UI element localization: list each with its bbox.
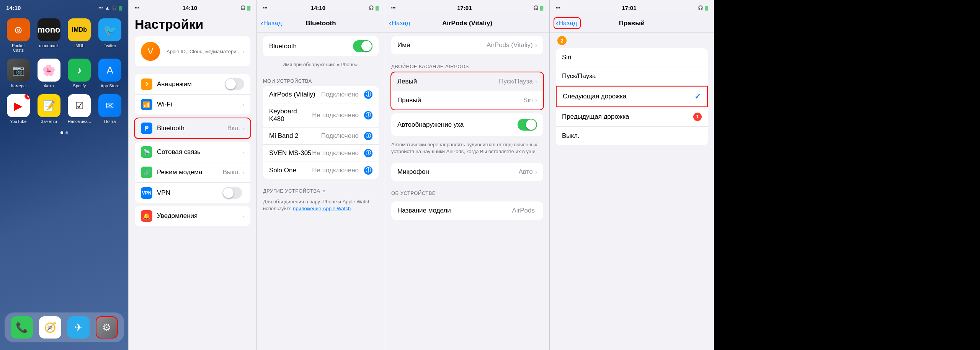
settings-row-notifications[interactable]: 🔔 Уведомления ›: [135, 206, 250, 226]
back-label-4: Назад: [392, 20, 410, 27]
airpods-right-row[interactable]: Правый Siri ›: [391, 91, 543, 110]
apple-watch-link[interactable]: приложение Apple Watch: [293, 206, 351, 211]
name-label: Имя: [397, 41, 487, 49]
option-prev-track[interactable]: Предыдущая дорожка 1: [556, 107, 708, 127]
model-row[interactable]: Название модели AirPods: [391, 201, 543, 220]
bt-toggle-row[interactable]: Bluetooth: [263, 36, 379, 56]
settings-row-hotspot[interactable]: 🔗 Режим модема Выкл. ›: [135, 162, 250, 183]
airplane-label: Авиарежим: [157, 80, 225, 88]
settings-row-airplane[interactable]: ✈ Авиарежим: [135, 74, 250, 95]
app-grid-row1: ⊚ Pocket Casts mono monobank IMDb IMDb 🐦…: [0, 14, 128, 128]
battery-icon: ▓: [119, 5, 122, 10]
status-bar-5: ▪▪▪ 17:01 🎧 ▓: [550, 0, 714, 14]
signal-icon: ▪▪▪: [98, 5, 103, 10]
loading-spinner: ✳: [322, 188, 327, 194]
app-pocketcasts[interactable]: ⊚ Pocket Casts: [6, 18, 31, 52]
app-settings-dock[interactable]: ⚙: [96, 316, 118, 339]
option-siri[interactable]: Siri: [556, 48, 708, 67]
settings-row-vpn[interactable]: VPN VPN: [135, 183, 250, 203]
settings-profile-row[interactable]: V Apple ID, iCloud, медиаматери... ›: [135, 36, 250, 66]
app-icon-monobank: mono: [38, 18, 60, 41]
app-spotify[interactable]: ♪ Spotify: [67, 59, 92, 88]
app-label-reminders: Напомина...: [68, 119, 91, 124]
status-left-4: ▪▪▪: [391, 5, 396, 10]
airpods-left-row[interactable]: Левый Пуск/Пауза ›: [391, 72, 543, 91]
app-camera[interactable]: 📷 Камера: [6, 59, 31, 88]
app-photos[interactable]: 🌸 Фото: [37, 59, 61, 88]
chevron-right-row: ›: [535, 97, 537, 104]
app-notes[interactable]: 📝 Заметки: [37, 94, 61, 124]
option-label-2: Следующая дорожка: [563, 93, 694, 100]
app-reminders[interactable]: ☑ Напомина...: [67, 94, 92, 124]
ear-detect-toggle[interactable]: [518, 119, 537, 131]
battery-3: ▓: [376, 5, 379, 10]
airplane-toggle[interactable]: [225, 78, 244, 90]
status-time-3: 14:10: [311, 5, 325, 11]
bt-device-miband[interactable]: Mi Band 2 Подключено ⓘ: [263, 128, 379, 145]
app-icon-notes: 📝: [38, 94, 60, 117]
settings-row-wifi[interactable]: 📶 Wi-Fi — — — — ›: [135, 95, 250, 114]
app-label-monobank: monobank: [39, 43, 59, 48]
option-off[interactable]: Выкл.: [556, 127, 708, 145]
bt-device-name-0: AirPods (Vitaliy): [269, 91, 321, 98]
vpn-thumb: [223, 188, 234, 198]
bt-info-btn-4[interactable]: ⓘ: [364, 166, 372, 175]
screen-right-airpod: ▪▪▪ 17:01 🎧 ▓ ‹ Назад Правый 2 Siri Пуск…: [549, 0, 714, 350]
app-youtube[interactable]: ▶ 4 YouTube: [6, 94, 31, 124]
bt-toggle-label: Bluetooth: [269, 43, 353, 50]
app-monobank[interactable]: mono monobank: [37, 18, 61, 52]
ear-detect-row[interactable]: Автообнаружение уха: [391, 113, 543, 136]
option-check-2: ✓: [694, 92, 701, 101]
app-label-photos: Фото: [44, 83, 54, 88]
app-telegram[interactable]: ✈: [67, 316, 90, 339]
app-label-mail: Почта: [104, 119, 116, 124]
headphones-icon: 🎧: [112, 5, 117, 10]
bt-device-sven[interactable]: SVEN MS-305 Не подключено ⓘ: [263, 145, 379, 162]
bt-device-airpods[interactable]: AirPods (Vitaliy) Подключено ⓘ: [263, 86, 379, 103]
bluetooth-back-button[interactable]: ‹ Назад: [261, 19, 282, 28]
vpn-icon: VPN: [141, 187, 152, 199]
right-value: Siri: [523, 96, 533, 104]
settings-row-bluetooth[interactable]: Ᵽ Bluetooth Вкл. ›: [135, 118, 250, 138]
app-phone[interactable]: 📞: [11, 316, 33, 339]
option-label-1: Пуск/Пауза: [562, 72, 702, 80]
ear-detect-desc: Автоматически перенаправлять аудиосигнал…: [385, 139, 549, 160]
app-mail[interactable]: ✉ Почта: [98, 94, 122, 124]
app-icon-photos: 🌸: [38, 59, 60, 82]
bt-info-btn-3[interactable]: ⓘ: [364, 149, 372, 157]
mic-row[interactable]: Микрофон Авто ›: [391, 163, 543, 181]
cellular-label: Сотовая связь: [157, 148, 242, 156]
option-next-track[interactable]: Следующая дорожка ✓: [556, 86, 708, 107]
bluetooth-label: Bluetooth: [157, 124, 227, 132]
status-right-2: 🎧 ▓: [240, 5, 250, 10]
bt-device-name-1: Keyboard K480: [269, 108, 312, 123]
settings-row-cellular[interactable]: 📡 Сотовая связь ›: [135, 142, 250, 162]
bt-device-keyboard[interactable]: Keyboard K480 Не подключено ⓘ: [263, 103, 379, 128]
status-time-1: 14:10: [6, 5, 21, 11]
airpods-nav-bar: ‹ Назад AirPods (Vitaliy): [385, 14, 549, 33]
app-icon-phone: 📞: [11, 316, 33, 339]
bluetooth-highlighted-section: Ᵽ Bluetooth Вкл. ›: [134, 118, 251, 139]
bt-info-btn-1[interactable]: ⓘ: [364, 111, 372, 119]
app-imdb[interactable]: IMDb IMDb: [67, 18, 92, 52]
bt-info-btn-0[interactable]: ⓘ: [364, 90, 372, 99]
profile-avatar: V: [141, 42, 160, 61]
chevron-name: ›: [535, 42, 537, 49]
settings-section-3: 🔔 Уведомления ›: [135, 206, 250, 226]
bt-info-btn-2[interactable]: ⓘ: [364, 132, 372, 140]
app-twitter[interactable]: 🐦 Twitter: [98, 18, 122, 52]
status-time-4: 17:01: [457, 5, 472, 11]
airpods-name-row[interactable]: Имя AirPods (Vitaliy) ›: [391, 36, 543, 54]
right-back-button[interactable]: ‹ Назад: [554, 17, 581, 29]
app-appstore[interactable]: A App Store: [98, 59, 122, 88]
airpods-back-button[interactable]: ‹ Назад: [389, 19, 410, 28]
double-tap-header: ДВОЙНОЕ КАСАНИЕ AIRPODS: [385, 57, 549, 72]
app-safari[interactable]: 🧭: [39, 316, 61, 339]
bt-discover-text: Имя при обнаружении: «iPhone».: [257, 59, 385, 72]
vpn-toggle[interactable]: [222, 187, 242, 199]
right-nav-title: Правый: [619, 20, 645, 27]
bt-toggle[interactable]: [353, 40, 372, 52]
option-playpause[interactable]: Пуск/Пауза: [556, 67, 708, 86]
bt-device-soloone[interactable]: Solo One Не подключено ⓘ: [263, 162, 379, 179]
dot-1: [60, 131, 63, 134]
